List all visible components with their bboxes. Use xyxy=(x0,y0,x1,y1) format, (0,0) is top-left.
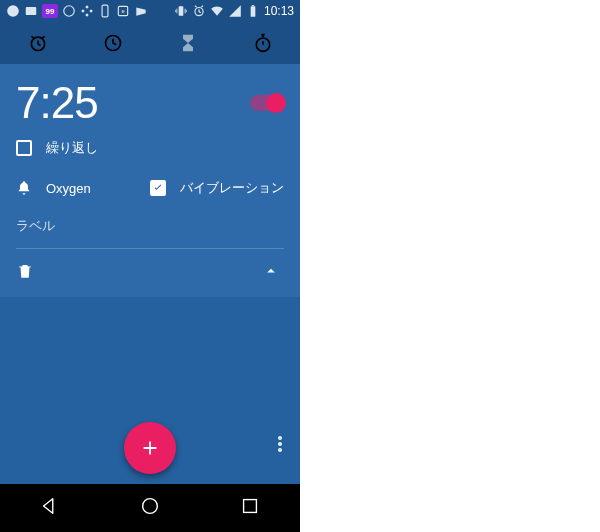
status-icon xyxy=(98,4,112,18)
nav-back-button[interactable] xyxy=(39,495,61,521)
bell-icon xyxy=(16,180,32,196)
svg-rect-6 xyxy=(179,6,184,15)
home-icon xyxy=(139,495,161,517)
delete-button[interactable] xyxy=(16,262,34,284)
svg-rect-1 xyxy=(26,7,37,15)
plus-icon xyxy=(139,437,161,459)
status-icon xyxy=(134,4,148,18)
system-nav-bar xyxy=(0,484,300,532)
notification-badge: 99 xyxy=(42,4,58,18)
ringtone-name: Oxygen xyxy=(46,181,91,196)
vibrate-row[interactable]: バイブレーション xyxy=(150,179,284,197)
status-bar: 99 e 10:13 xyxy=(0,0,300,22)
svg-rect-17 xyxy=(244,500,257,513)
wifi-icon xyxy=(210,4,224,18)
hourglass-icon xyxy=(178,33,198,53)
back-icon xyxy=(39,495,61,517)
status-icon: e xyxy=(116,4,130,18)
vibrate-checkbox[interactable] xyxy=(150,180,166,196)
svg-point-0 xyxy=(7,5,19,17)
more-vert-icon xyxy=(278,436,282,452)
repeat-checkbox[interactable] xyxy=(16,140,32,156)
svg-point-14 xyxy=(278,442,282,446)
vibrate-label: バイブレーション xyxy=(180,179,284,197)
status-right: 10:13 xyxy=(174,4,294,18)
trash-icon xyxy=(16,262,34,280)
signal-icon xyxy=(228,4,242,18)
status-left: 99 e xyxy=(6,4,148,18)
add-alarm-fab[interactable] xyxy=(124,422,176,474)
nav-home-button[interactable] xyxy=(139,495,161,521)
tab-alarm[interactable] xyxy=(0,22,75,64)
alarm-time[interactable]: 7:25 xyxy=(16,78,98,128)
svg-rect-8 xyxy=(251,6,256,16)
alarm-label: ラベル xyxy=(16,217,55,235)
alarm-icon xyxy=(28,33,48,53)
status-icon xyxy=(80,4,94,18)
tab-timer[interactable] xyxy=(150,22,225,64)
bottom-actions xyxy=(0,412,300,484)
svg-point-15 xyxy=(278,448,282,452)
svg-point-16 xyxy=(143,499,158,514)
status-icon xyxy=(6,4,20,18)
svg-point-13 xyxy=(278,436,282,440)
clock-app-screen: 99 e 10:13 xyxy=(0,0,300,532)
status-time: 10:13 xyxy=(264,4,294,18)
svg-text:e: e xyxy=(121,8,124,14)
tab-clock[interactable] xyxy=(75,22,150,64)
svg-point-12 xyxy=(256,38,269,51)
tab-bar xyxy=(0,22,300,64)
svg-rect-9 xyxy=(252,5,254,6)
alarm-card: 7:25 繰り返し Oxygen バイブレーション ラベル xyxy=(0,64,300,297)
battery-icon xyxy=(246,4,260,18)
svg-point-2 xyxy=(64,6,75,17)
tab-stopwatch[interactable] xyxy=(225,22,300,64)
status-icon xyxy=(62,4,76,18)
alarm-toggle[interactable] xyxy=(250,95,284,111)
overflow-menu-button[interactable] xyxy=(272,430,288,462)
alarm-set-icon xyxy=(192,4,206,18)
repeat-row[interactable]: 繰り返し xyxy=(16,128,284,168)
chevron-up-icon xyxy=(262,262,280,280)
ringtone-row[interactable]: Oxygen xyxy=(16,180,150,196)
status-icon xyxy=(24,4,38,18)
clock-icon xyxy=(103,33,123,53)
stopwatch-icon xyxy=(253,33,273,53)
svg-rect-3 xyxy=(102,5,108,17)
nav-recent-button[interactable] xyxy=(239,495,261,521)
vibrate-icon xyxy=(174,4,188,18)
collapse-button[interactable] xyxy=(262,262,280,284)
repeat-label: 繰り返し xyxy=(46,139,98,157)
recent-icon xyxy=(239,495,261,517)
label-row[interactable]: ラベル xyxy=(16,208,284,244)
